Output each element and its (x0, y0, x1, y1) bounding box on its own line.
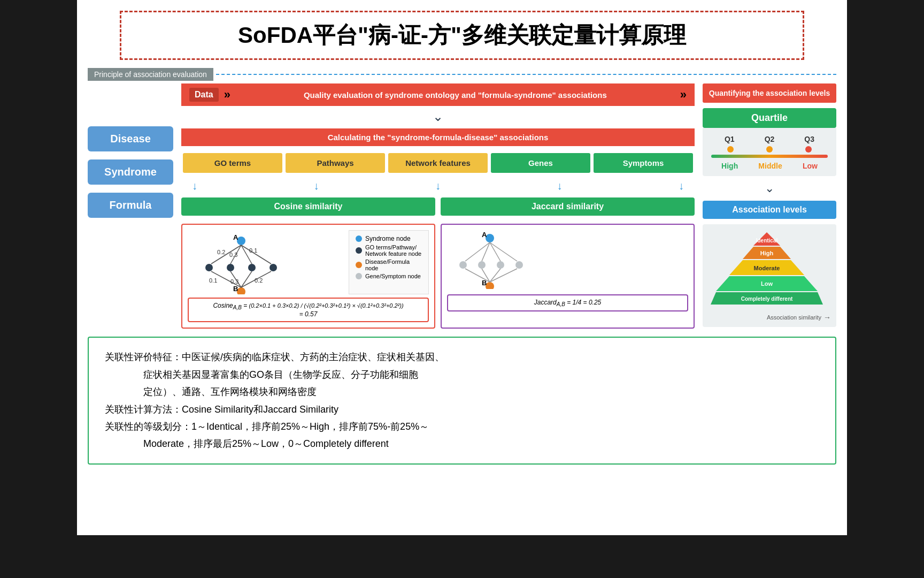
svg-text:A: A (482, 231, 487, 239)
main-title: SoFDA平台"病-证-方"多维关联定量计算原理 (238, 22, 686, 48)
svg-text:0.2: 0.2 (255, 277, 263, 284)
q-dots (711, 146, 828, 153)
diagram-row: A 0.2 0 (181, 224, 695, 329)
arrow-genes: ↓ (557, 180, 563, 192)
data-text: Quality evaluation of syndrome ontology … (236, 90, 675, 100)
svg-line-30 (490, 242, 500, 261)
svg-text:A: A (233, 233, 238, 241)
svg-point-0 (237, 237, 245, 245)
svg-text:Moderate: Moderate (754, 265, 780, 271)
jaccard-diagram: A B (441, 224, 695, 329)
assoc-similarity-label: Association similarity (767, 314, 821, 321)
cosine-diagram: A 0.2 0 (181, 224, 435, 329)
title-box: SoFDA平台"病-证-方"多维关联定量计算原理 (120, 11, 804, 60)
svg-text:Identical: Identical (756, 238, 778, 244)
pathways-box: Pathways (286, 153, 385, 173)
svg-text:0.2: 0.2 (217, 249, 225, 255)
q1-dot (727, 146, 734, 153)
cosine-formula-box: CosineA,B = (0.2×0.1 + 0.3×0.2) / (√(0.2… (188, 298, 429, 322)
right-panel: Quantifying the association levels Quart… (703, 83, 836, 329)
q-row: Q1 Q2 Q3 (707, 132, 832, 146)
cosine-formula-text: CosineA,B = (0.2×0.1 + 0.3×0.2) / (√(0.2… (194, 302, 422, 318)
left-panel: Disease Syndrome Formula (88, 83, 173, 329)
svg-text:0.1: 0.1 (249, 247, 257, 254)
jaccard-sim-box: Jaccard similarity (441, 197, 695, 216)
svg-line-37 (490, 269, 517, 282)
svg-point-24 (459, 261, 467, 269)
middle-label: Middle (758, 162, 782, 170)
arrow-symp: ↓ (679, 180, 684, 192)
svg-text:Completely different: Completely different (741, 296, 793, 302)
genes-box: Genes (491, 153, 590, 173)
cosine-graph-svg: A 0.2 0 (188, 230, 343, 294)
bottom-line2: 症状相关基因显著富集的GO条目（生物学反应、分子功能和细胞 (105, 366, 819, 383)
q3-dot (805, 146, 812, 153)
svg-text:High: High (760, 250, 774, 256)
svg-point-25 (478, 261, 486, 269)
disease-formula-label: Disease/Formula node (365, 258, 422, 271)
formula-button[interactable]: Formula (88, 193, 173, 218)
q2-label: Q2 (765, 135, 775, 143)
bottom-text-box: 关联性评价特征：中医证候/疾病的临床症状、方药的主治症状、症状相关基因、 症状相… (88, 337, 836, 464)
symptoms-box: Symptoms (594, 153, 693, 173)
similarity-row: Cosine similarity Jaccard similarity (181, 197, 695, 216)
pyramid-svg: Identical High Moderate Low Completely d… (708, 230, 826, 310)
jaccard-formula-text: JaccardA,B = 1/4 = 0.25 (534, 299, 602, 306)
high-label: High (721, 162, 738, 170)
svg-point-2 (205, 264, 213, 271)
network-features-box: Network features (388, 153, 488, 173)
slide-container: SoFDA平台"病-证-方"多维关联定量计算原理 Principle of as… (77, 0, 847, 535)
bottom-line3: 定位）、通路、互作网络模块和网络密度 (105, 383, 819, 400)
data-row: Data » Quality evaluation of syndrome on… (181, 83, 695, 106)
go-terms-box: GO terms (183, 153, 282, 173)
arrow-path: ↓ (314, 180, 319, 192)
pyramid-container: Identical High Moderate Low Completely d… (703, 224, 836, 327)
svg-text:Low: Low (761, 280, 773, 287)
quant-label: Quantifying the association levels (703, 83, 836, 103)
jaccard-graph-svg: A B (447, 230, 554, 289)
q-line (711, 155, 828, 158)
calc-row: Calculating the "syndrome-formula-diseas… (181, 128, 695, 146)
bottom-line4: 关联性计算方法：Cosine Similarity和Jaccard Simila… (105, 401, 819, 418)
svg-point-13 (237, 287, 245, 294)
down-arrows-row: ↓ ↓ ↓ ↓ ↓ (181, 180, 695, 192)
legend-disease: Disease/Formula node (356, 258, 422, 271)
legend-gene: Gene/Symptom node (356, 273, 422, 279)
bottom-line5: 关联性的等级划分：1～Identical，排序前25%～High，排序前75%-… (105, 418, 819, 435)
svg-point-4 (248, 264, 256, 271)
quartile-title: Quartile (703, 108, 836, 128)
svg-point-27 (515, 261, 523, 269)
svg-text:B: B (233, 285, 238, 293)
assoc-levels-box: Association levels (703, 201, 836, 219)
feature-row: GO terms Pathways Network features Genes… (181, 153, 695, 173)
syndrome-label: Syndrome node (365, 235, 411, 242)
jaccard-formula-box: JaccardA,B = 1/4 = 0.25 (447, 294, 688, 311)
gene-symptom-label: Gene/Symptom node (365, 273, 421, 279)
disease-dot (356, 262, 362, 268)
q3-label: Q3 (804, 135, 814, 143)
svg-point-3 (227, 264, 234, 271)
svg-line-17 (241, 271, 252, 287)
bottom-line6: Moderate，排序最后25%～Low，0～Completely differ… (105, 435, 819, 452)
principle-label: Principle of association evaluation (88, 68, 213, 81)
go-label: GO terms/Pathway/Network feature node (365, 244, 421, 257)
q2-dot (766, 146, 773, 153)
quartile-section: Quartile Q1 Q2 Q3 High Mid (703, 108, 836, 176)
main-content: Disease Syndrome Formula Data » Quality … (88, 83, 836, 329)
svg-text:0.3: 0.3 (229, 252, 237, 258)
center-panel: Data » Quality evaluation of syndrome on… (181, 83, 695, 329)
svg-line-31 (490, 242, 517, 261)
gene-dot (356, 273, 362, 279)
hml-row: High Middle Low (707, 160, 832, 172)
svg-text:0.1: 0.1 (209, 277, 217, 284)
bottom-line1: 关联性评价特征：中医证候/疾病的临床症状、方药的主治症状、症状相关基因、 (105, 348, 819, 366)
legend-syndrome: Syndrome node (356, 235, 422, 242)
q1-label: Q1 (725, 135, 735, 143)
down-arrow-1: ⌄ (181, 110, 695, 123)
cosine-sim-box: Cosine similarity (181, 197, 435, 216)
disease-button[interactable]: Disease (88, 126, 173, 151)
svg-point-32 (486, 282, 494, 289)
syndrome-button[interactable]: Syndrome (88, 159, 173, 185)
go-dot (356, 247, 362, 254)
arrow-right-icon: → (823, 313, 831, 322)
